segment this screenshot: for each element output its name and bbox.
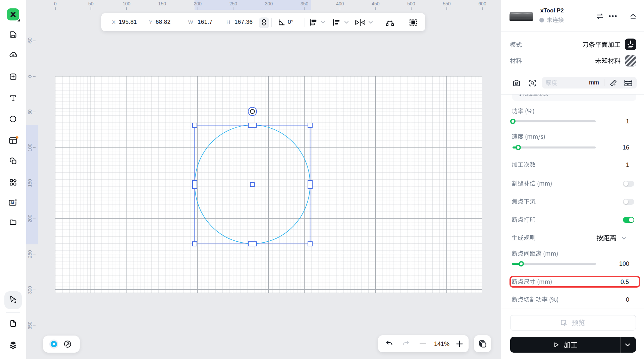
svg-text:AI: AI xyxy=(10,201,14,205)
